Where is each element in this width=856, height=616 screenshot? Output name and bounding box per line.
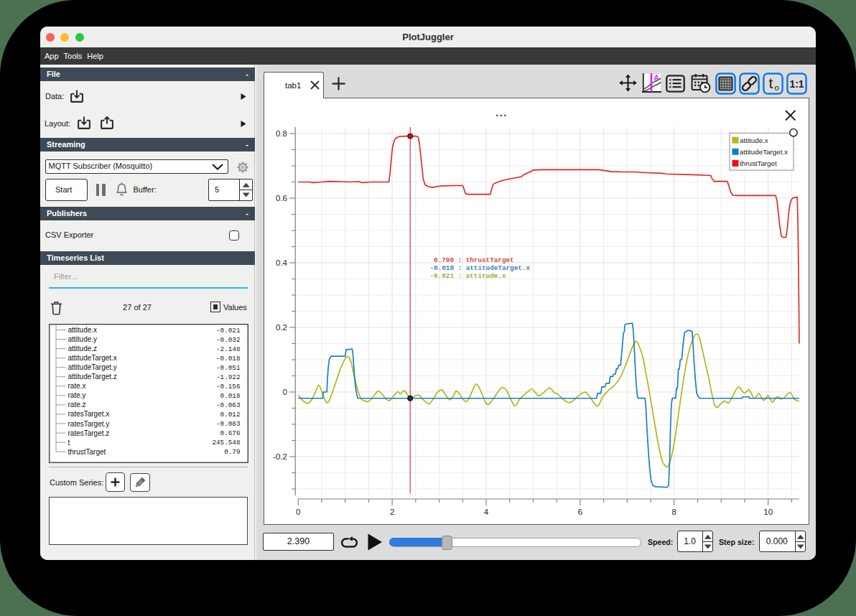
svg-text:ratesTarget.y: ratesTarget.y bbox=[68, 420, 109, 428]
svg-text:10: 10 bbox=[763, 508, 773, 516]
svg-text:A: A bbox=[653, 73, 659, 81]
svg-text:attitudeTarget.x: attitudeTarget.x bbox=[740, 148, 788, 156]
svg-text:0.676: 0.676 bbox=[220, 429, 240, 437]
svg-text:0.8: 0.8 bbox=[276, 129, 287, 138]
svg-text:-1.922: -1.922 bbox=[216, 373, 240, 381]
svg-text:2: 2 bbox=[390, 508, 394, 516]
svg-text:-0.083: -0.083 bbox=[216, 420, 240, 428]
svg-text:-0.063: -0.063 bbox=[216, 401, 240, 409]
svg-text:thrustTarget: thrustTarget bbox=[740, 159, 777, 167]
svg-text:1:1: 1:1 bbox=[789, 78, 804, 89]
svg-text:attitude.z: attitude.z bbox=[68, 345, 97, 353]
svg-text:0.4: 0.4 bbox=[276, 258, 288, 267]
svg-text:6: 6 bbox=[578, 508, 582, 516]
svg-text:rate.x: rate.x bbox=[68, 382, 85, 390]
svg-text:-0.018: -0.018 bbox=[216, 355, 240, 363]
svg-text:o: o bbox=[775, 83, 779, 92]
svg-text:attitudeTarget.y: attitudeTarget.y bbox=[68, 363, 116, 371]
svg-text:-0.2: -0.2 bbox=[273, 452, 287, 461]
svg-text:thrustTarget: thrustTarget bbox=[68, 448, 106, 456]
svg-text:attitude.x: attitude.x bbox=[68, 326, 97, 334]
svg-text:0.2: 0.2 bbox=[276, 323, 287, 332]
svg-text:-0.021 : attitude.x: -0.021 : attitude.x bbox=[430, 272, 506, 280]
svg-text:0.6: 0.6 bbox=[276, 194, 287, 202]
svg-text:-0.018 : attitudeTarget.x: -0.018 : attitudeTarget.x bbox=[430, 264, 531, 272]
svg-text:t: t bbox=[769, 75, 773, 91]
svg-text:attitudeTarget.x: attitudeTarget.x bbox=[68, 354, 116, 362]
svg-text:245.548: 245.548 bbox=[212, 439, 240, 447]
svg-text:4: 4 bbox=[484, 508, 489, 516]
svg-text:t: t bbox=[68, 439, 70, 447]
svg-text:-0.051: -0.051 bbox=[216, 364, 241, 372]
svg-text:rate.z: rate.z bbox=[68, 401, 85, 409]
svg-text:ratesTarget.x: ratesTarget.x bbox=[68, 410, 109, 418]
svg-text:-0.032: -0.032 bbox=[216, 336, 240, 344]
svg-text:0: 0 bbox=[296, 508, 300, 516]
svg-text:8: 8 bbox=[672, 508, 676, 516]
svg-text:rate.y: rate.y bbox=[68, 391, 85, 399]
svg-text:-2.148: -2.148 bbox=[216, 345, 240, 353]
svg-text:0.012: 0.012 bbox=[220, 411, 240, 419]
svg-text:-0.021: -0.021 bbox=[216, 327, 241, 335]
svg-text:0.79: 0.79 bbox=[224, 448, 240, 456]
svg-text:attitude.y: attitude.y bbox=[68, 335, 97, 343]
svg-text:0.018: 0.018 bbox=[220, 392, 240, 400]
svg-text:0.790 : thrustTarget: 0.790 : thrustTarget bbox=[430, 256, 514, 264]
svg-text:-0.156: -0.156 bbox=[216, 383, 240, 391]
svg-text:attitude.x: attitude.x bbox=[740, 136, 768, 144]
svg-text:ratesTarget.z: ratesTarget.z bbox=[68, 429, 109, 437]
svg-text:attitudeTarget.z: attitudeTarget.z bbox=[68, 373, 116, 381]
svg-text:0: 0 bbox=[283, 388, 287, 396]
